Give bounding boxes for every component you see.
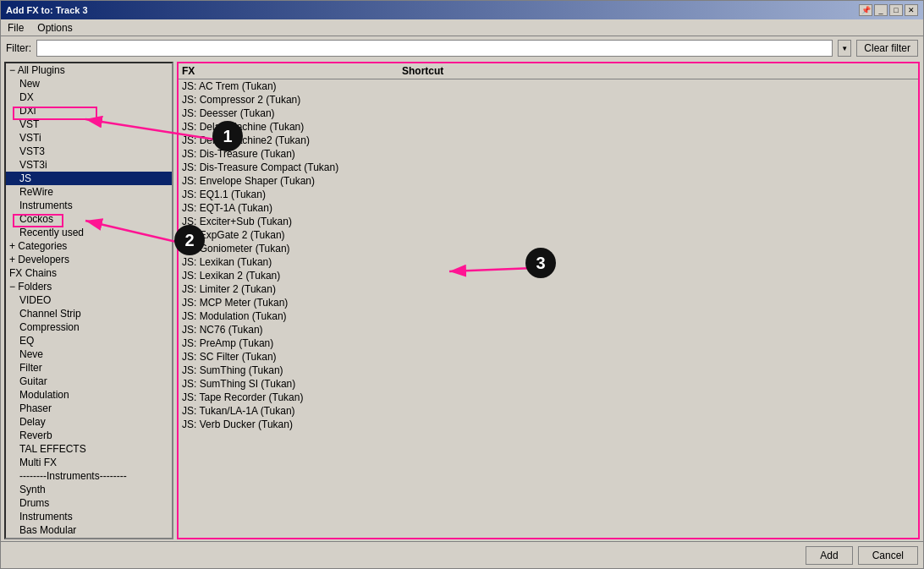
close-button[interactable]: ✕ <box>905 4 918 16</box>
tree-item-instruments2[interactable]: Instruments <box>6 510 172 523</box>
tree-item-folders[interactable]: − Folders <box>6 280 172 293</box>
fx-column-header: FX <box>182 65 402 77</box>
clear-filter-button[interactable]: Clear filter <box>856 40 918 57</box>
fx-list-item[interactable]: JS: Tape Recorder (Tukan) <box>179 391 918 404</box>
fx-list-item[interactable]: JS: Delay Machine (Tukan) <box>179 120 918 134</box>
tree-item-rewire[interactable]: ReWire <box>6 185 172 199</box>
plugin-tree[interactable]: − All PluginsNewDXDXiVSTVSTiVST3VST3iJSR… <box>4 62 173 539</box>
filter-bar: Filter: ▼ Clear filter <box>1 36 923 60</box>
fx-list-item[interactable]: JS: SC Filter (Tukan) <box>179 350 918 364</box>
tree-item-all-plugins[interactable]: − All Plugins <box>6 63 172 77</box>
menu-bar: File Options <box>1 19 923 36</box>
tree-item-recently-used[interactable]: Recently used <box>6 226 172 239</box>
cancel-button[interactable]: Cancel <box>858 546 918 565</box>
title-bar-controls: 📌 _ □ ✕ <box>859 4 918 16</box>
fx-list-item[interactable]: JS: EQT-1A (Tukan) <box>179 201 918 215</box>
tree-item-phaser[interactable]: Phaser <box>6 402 172 415</box>
fx-list-item[interactable]: JS: Envelope Shaper (Tukan) <box>179 174 918 188</box>
shortcut-column-header: Shortcut <box>402 65 915 77</box>
fx-list-item[interactable]: JS: ExpGate 2 (Tukan) <box>179 228 918 242</box>
fx-list-item[interactable]: JS: Lexikan 2 (Tukan) <box>179 269 918 282</box>
fx-list-item[interactable]: JS: SumThing (Tukan) <box>179 364 918 377</box>
fx-list-item[interactable]: JS: SumThing SI (Tukan) <box>179 377 918 391</box>
fx-list-item[interactable]: JS: Lexikan (Tukan) <box>179 255 918 269</box>
fx-list-item[interactable]: JS: Limiter 2 (Tukan) <box>179 282 918 296</box>
fx-list-item[interactable]: JS: Delay Machine2 (Tukan) <box>179 134 918 147</box>
fx-list-header: FX Shortcut <box>179 63 918 79</box>
tree-item-guitar[interactable]: Guitar <box>6 375 172 388</box>
fx-list-item[interactable]: JS: Exciter+Sub (Tukan) <box>179 215 918 228</box>
main-window: Add FX to: Track 3 📌 _ □ ✕ File Options … <box>0 0 924 569</box>
tree-item-synth[interactable]: Synth <box>6 483 172 496</box>
tree-item-vst[interactable]: VST <box>6 118 172 131</box>
fx-list-item[interactable]: JS: PreAmp (Tukan) <box>179 336 918 350</box>
title-bar: Add FX to: Track 3 📌 _ □ ✕ <box>1 1 923 19</box>
tree-item-drums[interactable]: Drums <box>6 496 172 510</box>
main-area: − All PluginsNewDXDXiVSTVSTiVST3VST3iJSR… <box>1 60 923 541</box>
tree-item-dxi[interactable]: DXi <box>6 104 172 118</box>
tree-item-instruments-sep[interactable]: --------Instruments-------- <box>6 469 172 483</box>
fx-list-item[interactable]: JS: NC76 (Tukan) <box>179 323 918 336</box>
fx-list-container: FX Shortcut JS: AC Trem (Tukan)JS: Compr… <box>177 62 920 539</box>
tree-item-reverb[interactable]: Reverb <box>6 429 172 442</box>
fx-list-item[interactable]: JS: Dis-Treasure Compact (Tukan) <box>179 161 918 174</box>
filter-input[interactable] <box>36 40 833 57</box>
tree-item-delay[interactable]: Delay <box>6 415 172 429</box>
fx-list-item[interactable]: JS: Compressor 2 (Tukan) <box>179 93 918 107</box>
fx-list-item[interactable]: JS: Tukan/LA-1A (Tukan) <box>179 404 918 418</box>
pin-button[interactable]: 📌 <box>859 4 872 16</box>
tree-item-channel-strip[interactable]: Channel Strip <box>6 307 172 320</box>
tree-item-modulation[interactable]: Modulation <box>6 388 172 402</box>
fx-items-list[interactable]: JS: AC Trem (Tukan)JS: Compressor 2 (Tuk… <box>179 79 918 538</box>
minimize-button[interactable]: _ <box>874 4 888 16</box>
tree-item-vst3[interactable]: VST3 <box>6 145 172 158</box>
tree-item-bass-modular[interactable]: Bas Modular <box>6 523 172 537</box>
filter-label: Filter: <box>6 42 31 54</box>
fx-list-item[interactable]: JS: AC Trem (Tukan) <box>179 79 918 93</box>
fx-list-item[interactable]: JS: Deesser (Tukan) <box>179 107 918 120</box>
maximize-button[interactable]: □ <box>889 4 903 16</box>
right-panel: FX Shortcut JS: AC Trem (Tukan)JS: Compr… <box>177 62 920 539</box>
tree-item-tal-effects[interactable]: TAL EFFECTS <box>6 442 172 456</box>
window-title: Add FX to: Track 3 <box>6 5 88 15</box>
tree-item-vst3i[interactable]: VST3i <box>6 158 172 172</box>
fx-list-item[interactable]: JS: Goniometer (Tukan) <box>179 242 918 255</box>
tree-item-compression[interactable]: Compression <box>6 320 172 334</box>
tree-item-video[interactable]: VIDEO <box>6 293 172 307</box>
menu-file[interactable]: File <box>4 21 27 35</box>
tree-item-vsti[interactable]: VSTi <box>6 131 172 145</box>
tree-item-eq[interactable]: EQ <box>6 334 172 347</box>
filter-dropdown-button[interactable]: ▼ <box>838 40 851 57</box>
tree-item-multi-fx[interactable]: Multi FX <box>6 456 172 469</box>
tree-item-new[interactable]: New <box>6 77 172 90</box>
fx-list-item[interactable]: JS: EQ1.1 (Tukan) <box>179 188 918 201</box>
tree-item-filter[interactable]: Filter <box>6 361 172 375</box>
tree-item-dx[interactable]: DX <box>6 90 172 104</box>
fx-list-item[interactable]: JS: Dis-Treasure (Tukan) <box>179 147 918 161</box>
tree-item-neve[interactable]: Neve <box>6 347 172 361</box>
tree-item-instruments[interactable]: Instruments <box>6 199 172 212</box>
fx-list-item[interactable]: JS: Verb Ducker (Tukan) <box>179 418 918 431</box>
bottom-bar: Add Cancel <box>1 541 923 568</box>
fx-list-item[interactable]: JS: MCP Meter (Tukan) <box>179 296 918 309</box>
tree-item-cockos[interactable]: Cockos <box>6 212 172 226</box>
fx-list-item[interactable]: JS: Modulation (Tukan) <box>179 309 918 323</box>
tree-item-fx-chains[interactable]: FX Chains <box>6 266 172 280</box>
tree-item-categories[interactable]: + Categories <box>6 239 172 253</box>
add-button[interactable]: Add <box>806 546 852 565</box>
tree-item-js[interactable]: JS <box>6 172 172 185</box>
tree-item-developers[interactable]: + Developers <box>6 253 172 266</box>
menu-options[interactable]: Options <box>34 21 75 35</box>
